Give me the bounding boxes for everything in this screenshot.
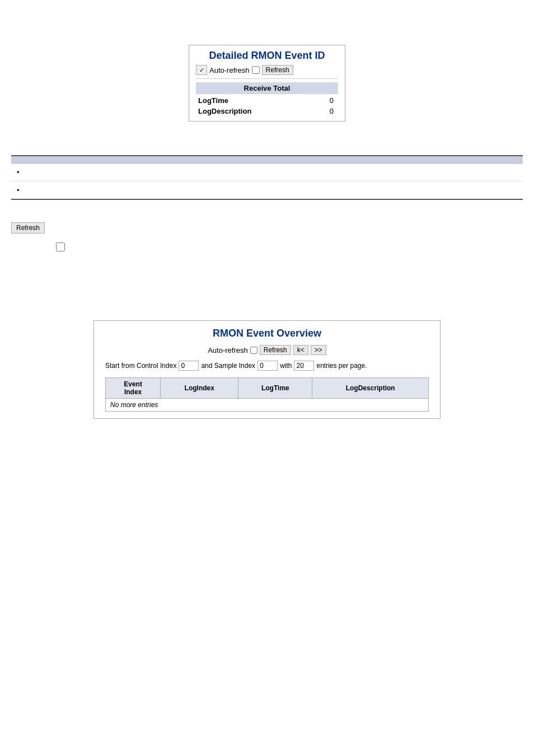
col-log-index: LogIndex xyxy=(161,378,238,399)
and-sample-label: and Sample Index xyxy=(201,362,255,370)
auto-refresh-row: ✓ Auto-refresh Refresh xyxy=(196,65,338,79)
standalone-checkbox[interactable] xyxy=(56,242,65,251)
overview-header-row: EventIndex LogIndex LogTime LogDescripti… xyxy=(106,378,429,399)
top-section: Detailed RMON Event ID ✓ Auto-refresh Re… xyxy=(0,0,534,122)
start-from-label: Start from Control Index xyxy=(105,362,176,370)
overview-refresh-button[interactable]: Refresh xyxy=(260,345,291,355)
detailed-rmon-box: Detailed RMON Event ID ✓ Auto-refresh Re… xyxy=(189,45,345,122)
entries-label: entries per page. xyxy=(316,362,367,370)
auto-refresh-checkbox[interactable] xyxy=(252,66,260,74)
table-row: • xyxy=(11,164,523,181)
col-header-2 xyxy=(134,156,523,164)
middle-section: • • xyxy=(0,155,534,200)
table-row: LogTime 0 xyxy=(196,95,338,106)
col-log-description: LogDescription xyxy=(312,378,429,399)
overview-controls: Auto-refresh Refresh k< >> xyxy=(105,345,429,355)
bullet-cell-1: • xyxy=(11,164,134,181)
receive-total-header: Receive Total xyxy=(196,82,338,94)
col-event-index: EventIndex xyxy=(106,378,161,399)
log-time-label: LogTime xyxy=(196,95,316,106)
value-cell-2 xyxy=(134,181,523,200)
col-log-time: LogTime xyxy=(238,378,312,399)
refresh-button-top[interactable]: Refresh xyxy=(262,65,293,75)
standalone-refresh-area: Refresh xyxy=(0,222,534,234)
rmon-overview-box: RMON Event Overview Auto-refresh Refresh… xyxy=(93,320,441,419)
entries-per-page-input[interactable] xyxy=(294,361,314,371)
auto-refresh-label: Auto-refresh xyxy=(209,66,250,74)
standalone-checkbox-area xyxy=(0,242,534,253)
value-cell-1 xyxy=(134,164,523,181)
table-row: • xyxy=(11,181,523,200)
table-header-row xyxy=(11,156,523,164)
overview-auto-refresh-label: Auto-refresh xyxy=(208,346,248,354)
log-description-value: 0 xyxy=(316,106,338,116)
overview-nav-last-button[interactable]: >> xyxy=(311,345,326,355)
no-entries-row: No more entries xyxy=(106,399,429,412)
rmon-detail-table: LogTime 0 LogDescription 0 xyxy=(196,95,338,116)
bullet-cell-2: • xyxy=(11,181,134,200)
overview-auto-refresh-checkbox[interactable] xyxy=(250,347,257,354)
overview-table: EventIndex LogIndex LogTime LogDescripti… xyxy=(105,377,429,412)
no-entries-cell: No more entries xyxy=(106,399,429,412)
sample-index-input[interactable] xyxy=(257,361,278,371)
log-time-value: 0 xyxy=(316,95,338,106)
rmon-overview-title: RMON Event Overview xyxy=(105,328,429,339)
detailed-rmon-title: Detailed RMON Event ID xyxy=(196,50,338,62)
standalone-refresh-button[interactable]: Refresh xyxy=(11,222,45,234)
bullet-table: • • xyxy=(11,155,523,200)
control-index-input[interactable] xyxy=(179,361,199,371)
table-row: LogDescription 0 xyxy=(196,106,338,116)
checkmark-select-icon: ✓ xyxy=(196,65,207,75)
index-controls: Start from Control Index and Sample Inde… xyxy=(105,361,429,371)
with-label: with xyxy=(280,362,292,370)
overview-nav-first-button[interactable]: k< xyxy=(293,345,308,355)
bottom-section: RMON Event Overview Auto-refresh Refresh… xyxy=(0,320,534,441)
log-description-label: LogDescription xyxy=(196,106,316,116)
col-header-1 xyxy=(11,156,134,164)
